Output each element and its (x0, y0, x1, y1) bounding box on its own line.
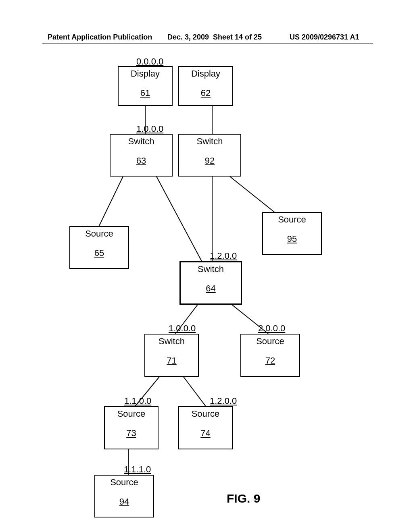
svg-line-9 (184, 377, 206, 406)
node-source-74: Source 74 (178, 406, 233, 449)
node-display-61: Display 61 (118, 66, 173, 106)
node-source-72: Source 72 (240, 334, 300, 377)
node-num: 61 (119, 79, 172, 98)
addr-72: 2.0.0.0 (258, 323, 285, 334)
addr-64: 1.2.0.0 (210, 251, 237, 261)
node-source-65: Source 65 (69, 226, 129, 269)
addr-61: 0.0.0.0 (136, 56, 163, 67)
node-num: 63 (111, 147, 172, 166)
node-type: Switch (111, 135, 172, 147)
node-switch-71: Switch 71 (144, 334, 199, 377)
node-type: Switch (181, 262, 241, 274)
node-type: Source (263, 213, 321, 225)
node-switch-92: Switch 92 (178, 134, 241, 177)
node-source-95: Source 95 (262, 212, 322, 255)
node-num: 71 (145, 347, 198, 366)
node-type: Source (105, 407, 158, 419)
addr-74: 1.2.0.0 (210, 396, 237, 406)
node-type: Switch (145, 335, 198, 347)
figure-label: FIG. 9 (227, 492, 260, 505)
svg-line-3 (156, 177, 202, 261)
node-num: 74 (179, 419, 232, 438)
node-num: 92 (179, 147, 240, 166)
addr-71: 1.0.0.0 (169, 323, 196, 334)
node-num: 94 (95, 488, 153, 507)
node-num: 64 (181, 274, 241, 294)
node-source-94: Source 94 (94, 475, 154, 517)
node-display-62: Display 62 (178, 66, 233, 106)
addr-63: 1.0.0.0 (136, 124, 163, 134)
node-source-73: Source 73 (104, 406, 159, 449)
node-type: Display (179, 67, 232, 79)
node-num: 65 (70, 239, 128, 258)
addr-73: 1.1.0.0 (124, 396, 151, 406)
node-num: 73 (105, 419, 158, 438)
node-type: Switch (179, 135, 240, 147)
node-num: 72 (241, 347, 299, 366)
node-switch-64: Switch 64 (179, 261, 242, 305)
node-num: 62 (179, 79, 232, 98)
node-type: Source (95, 476, 153, 488)
svg-line-2 (99, 177, 123, 227)
node-type: Source (70, 227, 128, 239)
node-type: Source (241, 335, 299, 347)
node-type: Source (179, 407, 232, 419)
addr-94: 1.1.1.0 (124, 464, 151, 475)
node-type: Display (119, 67, 172, 79)
node-switch-63: Switch 63 (110, 134, 173, 177)
node-num: 95 (263, 225, 321, 244)
